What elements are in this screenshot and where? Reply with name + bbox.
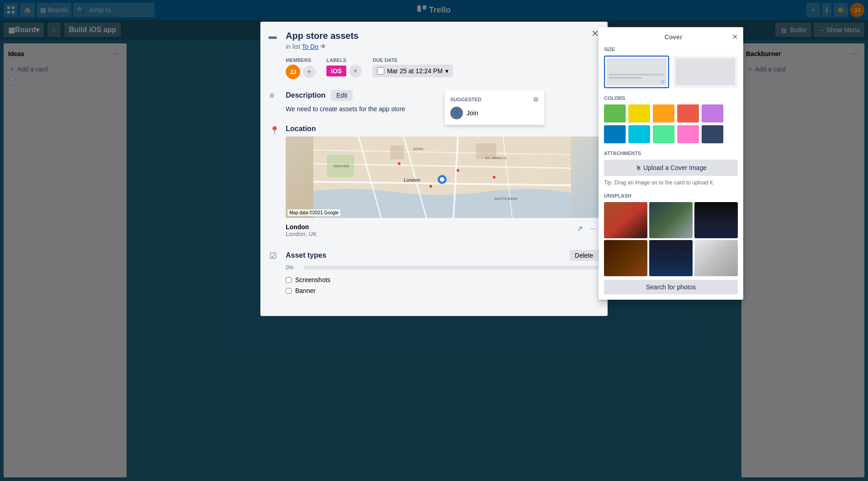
add-member-btn[interactable]: +	[303, 66, 316, 78]
color-swatch-red[interactable]	[677, 104, 699, 123]
svg-point-27	[493, 176, 495, 179]
card-title: App store assets	[286, 31, 599, 41]
unsplash-thumb-6[interactable]	[694, 240, 738, 276]
due-date-value: Mar 25 at 12:24 PM	[387, 67, 443, 75]
members-content: JJ +	[286, 65, 316, 79]
members-section: MEMBERS JJ +	[286, 57, 316, 79]
due-date-label: DUE DATE	[373, 57, 453, 63]
delete-checklist-btn[interactable]: Delete	[570, 250, 599, 261]
size-half-option[interactable]	[604, 56, 669, 88]
map-attribution: Map data ©2021 Google	[288, 209, 340, 216]
svg-text:London: London	[404, 178, 420, 183]
unsplash-thumb-4[interactable]	[604, 240, 647, 276]
unsplash-thumb-1[interactable]	[604, 202, 647, 238]
location-menu-btn[interactable]: ···	[587, 223, 599, 234]
labels-content: iOS +	[326, 65, 362, 77]
due-date-section: DUE DATE Mar 25 at 12:24 PM ▾	[373, 57, 453, 79]
location-section: 📍 Location	[286, 125, 599, 239]
svg-point-25	[457, 169, 459, 172]
suggested-avatar: 👤	[450, 107, 463, 119]
checklist-header: Asset types Delete	[286, 250, 599, 261]
color-swatch-green[interactable]	[604, 104, 626, 123]
due-date-content: Mar 25 at 12:24 PM ▾	[373, 65, 453, 77]
banner-checkbox[interactable]	[286, 288, 292, 294]
ios-label[interactable]: iOS	[326, 66, 346, 76]
map-svg: MAYFAIR SOHO London ST. JAMES'S SOUTH BA…	[286, 137, 599, 218]
preview-dot	[661, 80, 665, 84]
preview-line-1	[609, 74, 665, 75]
suggested-gear-btn[interactable]: ⚙	[533, 96, 539, 103]
size-full-option[interactable]	[673, 56, 738, 88]
card-icon: ▬	[269, 32, 277, 41]
panel-close-btn[interactable]: ✕	[732, 33, 738, 41]
map-container[interactable]: MAYFAIR SOHO London ST. JAMES'S SOUTH BA…	[286, 137, 599, 218]
list-link[interactable]: To Do	[302, 43, 319, 50]
due-date-btn[interactable]: Mar 25 at 12:24 PM ▾	[373, 65, 453, 77]
location-actions: ↗ ···	[574, 223, 599, 234]
color-swatch-yellow[interactable]	[628, 104, 650, 123]
panel-header: Cover ✕	[604, 33, 738, 41]
unsplash-grid	[604, 202, 738, 276]
edit-description-btn[interactable]: Edit	[331, 90, 353, 101]
description-title: Description	[286, 91, 326, 99]
description-text: We need to create assets for the app sto…	[286, 104, 599, 114]
unsplash-label: UNSPLASH	[604, 193, 738, 198]
color-swatch-purple[interactable]	[702, 104, 723, 123]
size-full-preview	[675, 58, 735, 85]
description-section: ≡ Description Edit We need to create ass…	[286, 90, 599, 114]
location-info: London London, UK ↗ ···	[286, 222, 599, 239]
suggested-panel: SUGGESTED ⚙ 👤 Join	[445, 90, 544, 125]
svg-text:SOUTH BANK: SOUTH BANK	[494, 197, 518, 201]
screenshots-label: Screenshots	[295, 276, 330, 283]
member-avatar-jj[interactable]: JJ	[286, 65, 300, 79]
color-swatch-mint[interactable]	[653, 125, 675, 143]
suggested-label: SUGGESTED	[450, 97, 481, 102]
location-details: London London, UK	[286, 223, 317, 237]
description-header: Description Edit	[286, 90, 599, 101]
attachments-label: ATTACHMENTS	[604, 151, 738, 156]
labels-section: LABELS iOS +	[326, 57, 362, 79]
color-swatch-pink[interactable]	[677, 125, 699, 143]
expand-location-btn[interactable]: ↗	[574, 223, 585, 234]
watch-icon: 👁	[320, 43, 326, 50]
color-grid	[604, 104, 738, 143]
svg-rect-15	[390, 146, 404, 159]
upload-cover-btn[interactable]: 🖱 Upload a Cover Image	[604, 160, 738, 176]
color-swatch-dark[interactable]	[702, 125, 723, 143]
location-title: Location	[286, 125, 316, 133]
progress-label: 0%	[286, 264, 300, 271]
svg-point-23	[440, 177, 444, 182]
checklist-icon: ☑	[269, 251, 277, 261]
add-label-btn[interactable]: +	[349, 65, 362, 77]
checklist-title: Asset types	[286, 251, 326, 259]
location-name: London	[286, 223, 317, 231]
progress-bar	[304, 266, 599, 269]
upload-icon: 🖱	[635, 164, 642, 171]
unsplash-thumb-3[interactable]	[694, 202, 738, 238]
due-date-checkbox[interactable]	[377, 67, 384, 75]
color-swatch-cyan[interactable]	[628, 125, 650, 143]
size-options	[604, 56, 738, 88]
svg-point-26	[429, 185, 432, 188]
card-list-info: in list To Do 👁	[286, 43, 599, 50]
tip-text: Tip: Drag an image on to the card to upl…	[604, 179, 738, 186]
colors-label: COLORS	[604, 95, 738, 101]
color-swatch-blue[interactable]	[604, 125, 626, 143]
modal-meta: MEMBERS JJ + LABELS iOS + DUE DATE	[286, 57, 599, 79]
screenshots-checkbox[interactable]	[286, 277, 292, 283]
unsplash-thumb-2[interactable]	[649, 202, 693, 238]
cover-panel: Cover ✕ SIZE COLORS ATTACHMENTS 🖱	[599, 27, 743, 300]
card-modal: ✕ ▬ App store assets in list To Do 👁 MEM…	[260, 22, 608, 316]
members-label: MEMBERS	[286, 57, 316, 63]
svg-text:SOHO: SOHO	[413, 147, 424, 151]
map-placeholder: MAYFAIR SOHO London ST. JAMES'S SOUTH BA…	[286, 137, 599, 218]
unsplash-thumb-5[interactable]	[649, 240, 693, 276]
checklist-section: ☑ Asset types Delete 0% Screenshots Bann…	[286, 250, 599, 296]
panel-title: Cover	[615, 33, 732, 41]
svg-text:MAYFAIR: MAYFAIR	[334, 164, 349, 168]
checklist-item-screenshots: Screenshots	[286, 274, 599, 285]
preview-line-2	[609, 77, 642, 79]
color-swatch-orange[interactable]	[653, 104, 675, 123]
search-photos-btn[interactable]: Search for photos	[604, 280, 738, 294]
location-header: Location	[286, 125, 599, 133]
